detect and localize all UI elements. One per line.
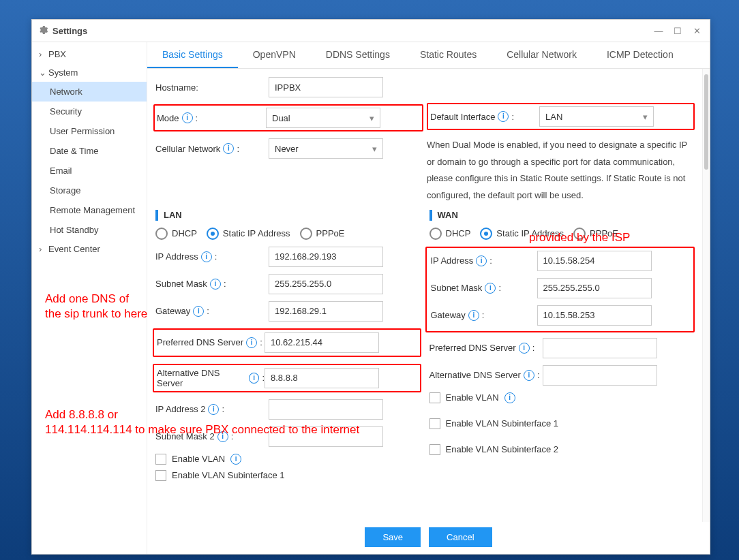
wan-gw-label: Gateway: [431, 310, 466, 320]
sidebar-item-storage[interactable]: Storage: [32, 181, 147, 200]
settings-window: Settings — ☐ ✕ › PBX ⌄ System Network Se…: [31, 19, 710, 555]
wan-dns1-input[interactable]: [543, 338, 657, 358]
info-icon[interactable]: i: [210, 279, 221, 290]
lan-dns1-label: Preferred DNS Server: [157, 337, 243, 347]
scrollbar-thumb[interactable]: [704, 74, 708, 170]
sidebar-item-network[interactable]: Network: [32, 82, 147, 102]
lan-enable-vlan-checkbox[interactable]: [155, 454, 166, 465]
lan-connection-type: DHCP Static IP Address PPPoE: [155, 228, 421, 240]
chevron-down-icon: ⌄: [39, 67, 47, 78]
save-button[interactable]: Save: [365, 527, 421, 547]
cancel-button[interactable]: Cancel: [429, 527, 492, 547]
lan-column: LAN DHCP Static IP Address PPPoE IP Addr…: [155, 204, 421, 486]
wan-vlan-sub1-label: Enable VLAN Subinterface 1: [446, 418, 559, 429]
default-interface-value: LAN: [545, 112, 562, 122]
info-icon[interactable]: i: [249, 373, 260, 384]
wan-enable-vlan-checkbox[interactable]: [429, 392, 440, 403]
wan-ip-label: IP Address: [431, 255, 474, 266]
lan-ip-input[interactable]: [269, 247, 383, 267]
default-interface-select[interactable]: LAN ▾: [539, 106, 654, 127]
maximize-button[interactable]: ☐: [670, 23, 685, 38]
info-icon[interactable]: i: [476, 255, 487, 266]
wan-enable-vlan-label: Enable VLAN: [446, 392, 499, 403]
lan-dns1-input[interactable]: [265, 332, 379, 353]
hostname-input[interactable]: [269, 77, 383, 97]
mode-label: Mode: [157, 113, 179, 123]
wan-vlan-sub1-checkbox[interactable]: [429, 418, 440, 429]
lan-mask-label: Subnet Mask: [155, 279, 207, 289]
vertical-scrollbar[interactable]: [702, 69, 710, 522]
info-icon[interactable]: i: [223, 143, 234, 154]
caret-down-icon: ▾: [643, 112, 648, 122]
info-icon[interactable]: i: [519, 343, 530, 354]
sidebar-item-hot-standby[interactable]: Hot Standby: [32, 220, 147, 240]
lan-mask2-input[interactable]: [269, 426, 383, 447]
wan-connection-type: DHCP Static IP Address PPPoE: [429, 228, 695, 240]
lan-dns2-label: Alternative DNS Server: [157, 368, 246, 388]
info-icon[interactable]: i: [524, 370, 534, 381]
caret-down-icon: ▾: [370, 113, 374, 123]
sidebar-item-user-permission[interactable]: User Permission: [32, 121, 147, 141]
tab-basic-settings[interactable]: Basic Settings: [147, 42, 238, 68]
cellular-network-select[interactable]: Never ▾: [269, 138, 383, 159]
wan-mask-input[interactable]: [537, 278, 652, 298]
window-title: Settings: [52, 26, 647, 36]
lan-radio-pppoe[interactable]: PPPoE: [300, 228, 345, 240]
info-icon[interactable]: i: [208, 404, 219, 415]
wan-header: WAN: [429, 210, 695, 221]
info-icon[interactable]: i: [246, 337, 257, 348]
info-icon[interactable]: i: [468, 310, 479, 321]
wan-radio-pppoe[interactable]: PPPoE: [573, 228, 618, 240]
wan-ip-input[interactable]: [537, 251, 652, 271]
sidebar-section-label: Event Center: [48, 244, 100, 254]
lan-mask2-label: Subnet Mask 2: [155, 431, 215, 441]
mode-value: Dual: [272, 113, 290, 123]
wan-mask-label: Subnet Mask: [431, 283, 483, 293]
tab-cellular-network[interactable]: Cellular Network: [492, 42, 592, 68]
close-button[interactable]: ✕: [689, 23, 704, 38]
tab-openvpn[interactable]: OpenVPN: [238, 42, 311, 68]
wan-dns2-input[interactable]: [543, 365, 657, 386]
info-icon[interactable]: i: [182, 112, 193, 123]
sidebar-item-security[interactable]: Security: [32, 102, 147, 121]
wan-radio-static[interactable]: Static IP Address: [480, 228, 564, 240]
content-wrap: Hostname: Mode i: Dual ▾: [147, 69, 710, 522]
lan-ip2-input[interactable]: [269, 399, 383, 420]
lan-header: LAN: [155, 210, 421, 221]
lan-dns2-input[interactable]: [265, 368, 379, 388]
mode-select[interactable]: Dual ▾: [266, 108, 380, 128]
sidebar-section-event-center[interactable]: › Event Center: [32, 240, 147, 258]
tab-ddns-settings[interactable]: DDNS Settings: [311, 42, 405, 68]
lan-mask-input[interactable]: [269, 274, 383, 294]
window-body: › PBX ⌄ System Network Security User Per…: [32, 42, 710, 554]
info-icon[interactable]: i: [193, 306, 204, 317]
info-icon[interactable]: i: [217, 431, 228, 442]
lan-gw-input[interactable]: [269, 301, 383, 322]
info-icon[interactable]: i: [504, 392, 515, 403]
info-icon[interactable]: i: [230, 454, 241, 465]
dual-mode-description: When Dual Mode is enabled, if you need t…: [427, 137, 695, 204]
info-icon[interactable]: i: [498, 111, 509, 122]
lan-radio-static[interactable]: Static IP Address: [207, 228, 290, 240]
wan-gw-input[interactable]: [537, 305, 652, 326]
accent-bar: [155, 210, 158, 221]
lan-enable-vlan-label: Enable VLAN: [172, 454, 225, 464]
tab-bar: Basic Settings OpenVPN DDNS Settings Sta…: [147, 42, 710, 69]
lan-vlan-sub1-checkbox[interactable]: [155, 470, 166, 481]
wan-vlan-sub2-checkbox[interactable]: [429, 444, 440, 455]
sidebar-section-system[interactable]: ⌄ System: [32, 63, 147, 82]
footer-buttons: Save Cancel: [147, 522, 710, 554]
content-scroll[interactable]: Hostname: Mode i: Dual ▾: [147, 69, 703, 522]
lan-radio-dhcp[interactable]: DHCP: [155, 228, 197, 240]
info-icon[interactable]: i: [485, 283, 496, 294]
sidebar-section-pbx[interactable]: › PBX: [32, 45, 147, 63]
main-panel: Basic Settings OpenVPN DDNS Settings Sta…: [147, 42, 710, 554]
tab-static-routes[interactable]: Static Routes: [405, 42, 492, 68]
sidebar-item-remote-management[interactable]: Remote Management: [32, 200, 147, 220]
sidebar-item-date-time[interactable]: Date & Time: [32, 141, 147, 161]
wan-radio-dhcp[interactable]: DHCP: [429, 228, 471, 240]
tab-icmp-detection[interactable]: ICMP Detection: [592, 42, 689, 68]
sidebar-item-email[interactable]: Email: [32, 161, 147, 181]
info-icon[interactable]: i: [201, 251, 212, 262]
minimize-button[interactable]: —: [651, 23, 666, 38]
